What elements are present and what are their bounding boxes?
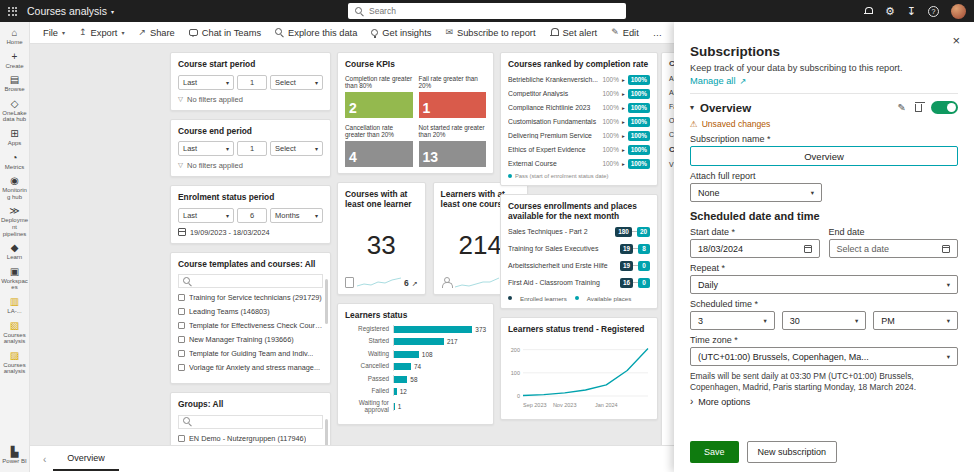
scrollbar[interactable] xyxy=(325,279,328,324)
search-icon xyxy=(355,7,364,16)
checkbox[interactable] xyxy=(178,364,185,371)
enrollment-row: Sales Techniques - Part 218020 xyxy=(508,227,650,237)
course-template-item[interactable]: Leading Teams (146803) xyxy=(178,307,323,316)
checkbox[interactable] xyxy=(178,435,185,442)
course-template-item[interactable]: Template for Guiding Team and Indiv... xyxy=(178,349,323,358)
toolbar-chat-in-teams[interactable]: Chat in Teams xyxy=(182,22,268,43)
search-input[interactable] xyxy=(369,6,619,16)
app-launcher-icon[interactable] xyxy=(8,7,17,16)
download-icon[interactable]: ↧ xyxy=(907,6,916,17)
toolbar-item[interactable]: … xyxy=(646,22,669,43)
tab-scroll-left-icon[interactable]: ‹ xyxy=(43,454,46,465)
checkbox[interactable] xyxy=(178,322,185,329)
sidebar-item-power-bi[interactable]: ▙Power BI xyxy=(0,444,29,468)
course-name: Customisation Fundamentals xyxy=(508,118,600,125)
group-item[interactable]: EN Demo - Nutzergruppen (117946) xyxy=(178,434,323,443)
course-start-unit-dropdown[interactable]: Select▾ xyxy=(270,75,323,90)
subscription-toggle[interactable] xyxy=(931,101,958,114)
completion-badge: 100% xyxy=(628,117,650,127)
sidebar-item-apps[interactable]: ⊞Apps xyxy=(0,126,29,150)
attach-report-dropdown[interactable]: None ▾ xyxy=(690,183,822,202)
toolbar-set-alert[interactable]: Set alert xyxy=(543,22,605,43)
course-start-mode-dropdown[interactable]: Last▾ xyxy=(178,75,234,90)
chevron-down-icon[interactable]: ▾ xyxy=(690,103,694,112)
bar xyxy=(394,376,407,383)
sidebar-item-courses-analysis[interactable]: ▧Courses analysis xyxy=(0,318,29,348)
bar-category: Started xyxy=(345,338,393,345)
pipelines-icon: ≫ xyxy=(9,206,19,216)
course-template-item[interactable]: Template for Effectiveness Check Cours..… xyxy=(178,321,323,330)
bar-registered: Registered373 xyxy=(345,325,486,333)
start-date-input[interactable]: 18/03/2024 xyxy=(690,239,820,258)
sidebar-item-courses-analysis[interactable]: ▨Courses analysis xyxy=(0,348,29,378)
meridiem-dropdown[interactable]: PM▾ xyxy=(873,311,958,330)
sidebar-item-create[interactable]: +Create xyxy=(0,49,29,73)
new-subscription-button[interactable]: New subscription xyxy=(747,441,838,463)
app-title[interactable]: Courses analysis ▾ xyxy=(27,5,114,17)
timezone-dropdown[interactable]: (UTC+01:00) Brussels, Copenhagen, Ma... … xyxy=(690,347,958,366)
sidebar-item-metrics[interactable]: ◔Metrics xyxy=(0,150,29,174)
course-template-item[interactable]: Training for Service technicians (291729… xyxy=(178,293,323,302)
user-avatar[interactable] xyxy=(951,4,966,19)
ranked-row: Delivering Premium Service100%▸100% xyxy=(508,131,650,141)
trend-arrow-icon: ▸ xyxy=(622,147,625,153)
toolbar-export[interactable]: ↥Export▾ xyxy=(72,22,131,43)
list-search-box[interactable] xyxy=(178,274,323,288)
page-tab-overview[interactable]: Overview xyxy=(53,448,119,471)
sidebar-item-onelake-data-hub[interactable]: ◇OneLake data hub xyxy=(0,96,29,126)
course-end-mode-dropdown[interactable]: Last▾ xyxy=(178,141,234,156)
course-template-item[interactable]: Vorlage für Anxiety and stress manage... xyxy=(178,363,323,372)
course-end-unit-dropdown[interactable]: Select▾ xyxy=(270,141,323,156)
delete-icon[interactable] xyxy=(915,104,922,112)
sidebar-item-learn[interactable]: ◆Learn xyxy=(0,240,29,264)
toolbar-file[interactable]: File▾ xyxy=(36,22,72,43)
checkbox[interactable] xyxy=(178,294,185,301)
enrolled-badge: 16 xyxy=(620,278,633,288)
toolbar-explore-this-data[interactable]: Explore this data xyxy=(268,22,364,43)
sidebar-item-deployment-pipelines[interactable]: ≫Deployment pipelines xyxy=(0,203,29,240)
toolbar-get-insights[interactable]: Get insights xyxy=(364,22,438,43)
sidebar-item-browse[interactable]: ▤Browse xyxy=(0,72,29,96)
list-search-box[interactable] xyxy=(178,415,323,429)
settings-gear-icon[interactable]: ⚙ xyxy=(885,6,895,17)
manage-all-link[interactable]: Manage all ↗ xyxy=(690,76,746,86)
sidebar-item-workspaces[interactable]: ▣Workspaces xyxy=(0,264,29,294)
subscription-name-input[interactable] xyxy=(690,146,958,166)
course-name: Compliance Richtlinie 2023 xyxy=(508,104,600,111)
scrollbar[interactable] xyxy=(325,419,328,445)
toolbar-label: … xyxy=(653,28,662,38)
sidebar-item-home[interactable]: ⌂Home xyxy=(0,25,29,49)
help-icon[interactable]: ? xyxy=(928,6,939,17)
close-icon[interactable]: × xyxy=(952,34,960,47)
chevron-down-icon: ▾ xyxy=(315,145,318,152)
checkbox[interactable] xyxy=(178,336,185,343)
toolbar-subscribe-to-report[interactable]: ✉Subscribe to report xyxy=(438,22,542,43)
enrolment-unit-dropdown[interactable]: Months▾ xyxy=(270,208,323,223)
hour-dropdown[interactable]: 3▾ xyxy=(690,311,775,330)
save-button[interactable]: Save xyxy=(690,441,739,463)
places-badge: 0 xyxy=(638,278,650,288)
completion-badge: 100% xyxy=(628,159,650,169)
repeat-dropdown[interactable]: Daily ▾ xyxy=(690,275,958,294)
minute-dropdown[interactable]: 30▾ xyxy=(782,311,867,330)
end-date-input[interactable]: Select a date xyxy=(829,239,959,258)
kpi-label: Completion rate greater than 80% xyxy=(345,75,413,90)
scheduled-time-label: Scheduled time * xyxy=(690,299,958,309)
edit-icon[interactable]: ✎ xyxy=(898,102,906,113)
enrolment-mode-dropdown[interactable]: Last▾ xyxy=(178,208,234,223)
checkbox[interactable] xyxy=(178,308,185,315)
subscriptions-panel: × Subscriptions Keep track of your data … xyxy=(674,22,974,472)
toolbar-share[interactable]: ↗Share xyxy=(131,22,181,43)
sidebar-item-monitoring-hub[interactable]: ◉Monitoring hub xyxy=(0,173,29,203)
checkbox[interactable] xyxy=(178,350,185,357)
toolbar-edit[interactable]: ✎Edit xyxy=(604,22,646,43)
course-start-value-input[interactable]: 1 xyxy=(237,75,267,90)
course-end-value-input[interactable]: 1 xyxy=(237,141,267,156)
sidebar-item-la[interactable]: ▥LA-... xyxy=(0,294,29,318)
more-options[interactable]: › More options xyxy=(690,396,958,407)
global-search[interactable] xyxy=(348,3,626,19)
course-template-item[interactable]: New Manager Training (193666) xyxy=(178,335,323,344)
notifications-icon[interactable] xyxy=(864,7,873,16)
kpi-number: 33 xyxy=(345,215,418,276)
enrolment-value-input[interactable]: 6 xyxy=(237,208,267,223)
